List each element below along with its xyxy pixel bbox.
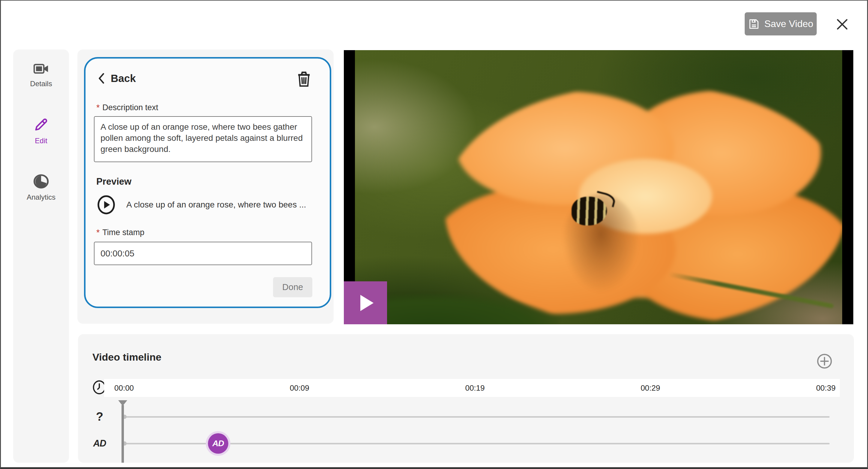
- tick-label: 00:09: [290, 383, 309, 393]
- video-play-button[interactable]: [344, 281, 387, 324]
- pie-chart-icon: [33, 174, 49, 189]
- audio-description-marker[interactable]: AD: [206, 431, 230, 456]
- timestamp-label-text: Time stamp: [102, 228, 144, 237]
- done-button[interactable]: Done: [273, 277, 312, 297]
- video-timeline-panel: Video timeline 00:00 00:09 00:19 00:29 0…: [78, 334, 854, 463]
- timestamp-field-label: * Time stamp: [96, 228, 144, 237]
- preview-heading: Preview: [96, 176, 131, 187]
- pencil-icon: [33, 117, 49, 133]
- add-marker-button[interactable]: [816, 353, 833, 370]
- back-label: Back: [111, 72, 136, 84]
- timeline-ruler[interactable]: 00:00 00:09 00:19 00:29 00:39: [104, 379, 840, 397]
- playhead[interactable]: [118, 400, 127, 463]
- play-circle-icon: [96, 195, 116, 215]
- plus-circle-icon: [816, 353, 833, 369]
- questions-track-label: ?: [92, 410, 107, 423]
- timestamp-input[interactable]: [94, 242, 312, 265]
- save-icon: [748, 18, 760, 30]
- sidebar-item-analytics[interactable]: Analytics: [13, 174, 69, 202]
- save-video-button[interactable]: Save Video: [745, 12, 817, 35]
- sidebar-item-edit[interactable]: Edit: [13, 117, 69, 145]
- tick-label: 00:00: [114, 383, 134, 393]
- delete-description-button[interactable]: [296, 70, 312, 89]
- video-camera-icon: [33, 62, 49, 76]
- video-frame: [355, 50, 842, 324]
- audio-description-track-label: AD: [92, 438, 107, 449]
- preview-row: A close up of an orange rose, where two …: [96, 194, 306, 215]
- description-field-label: * Description text: [96, 103, 158, 113]
- close-button[interactable]: [834, 16, 851, 33]
- ad-marker-badge: AD: [208, 433, 228, 454]
- description-label-text: Description text: [102, 103, 158, 112]
- rose-image: [445, 86, 842, 324]
- questions-track[interactable]: [123, 416, 830, 418]
- chevron-left-icon: [98, 73, 105, 84]
- tick-label: 00:29: [641, 383, 660, 393]
- preview-play-button[interactable]: [96, 194, 117, 215]
- sidebar-item-details[interactable]: Details: [13, 62, 69, 88]
- tick-label: 00:39: [816, 383, 836, 393]
- sidebar-item-label: Details: [30, 80, 52, 88]
- video-player[interactable]: [344, 50, 853, 324]
- required-marker: *: [96, 103, 100, 113]
- trash-icon: [297, 71, 311, 87]
- edit-panel: Back * Description text A close up of an…: [78, 50, 334, 324]
- audio-description-card: Back * Description text A close up of an…: [84, 57, 331, 308]
- playhead-line: [122, 405, 124, 463]
- required-marker: *: [96, 228, 100, 237]
- play-triangle-icon: [360, 295, 374, 311]
- timeline-title: Video timeline: [92, 351, 161, 363]
- close-icon: [835, 18, 849, 31]
- save-video-label: Save Video: [764, 18, 813, 29]
- preview-text: A close up of an orange rose, where two …: [126, 200, 306, 210]
- sidebar-item-label: Edit: [35, 137, 47, 145]
- back-button[interactable]: Back: [98, 72, 136, 84]
- tick-label: 00:19: [465, 383, 485, 393]
- sidebar: Details Edit Analytics: [13, 50, 69, 463]
- description-textarea[interactable]: A close up of an orange rose, where two …: [94, 116, 312, 162]
- sidebar-item-label: Analytics: [27, 193, 56, 202]
